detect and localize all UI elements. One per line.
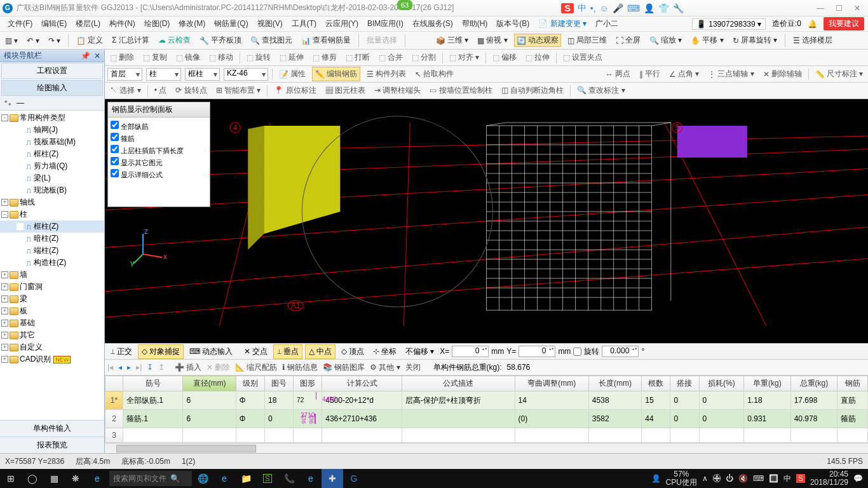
tb-topview[interactable]: ▦ 俯视 ▾: [475, 34, 510, 47]
menu-modify[interactable]: 修改(M): [175, 17, 209, 30]
component-tree[interactable]: -常用构件类型⎍轴网(J)⎍筏板基础(M)⎍框柱(Z)⎍剪力墙(Q)⎍梁(L)⎍…: [0, 111, 104, 420]
grid-header[interactable]: 图号: [264, 376, 293, 391]
sogou-icon[interactable]: S: [561, 3, 573, 13]
dim-twopoint[interactable]: ↔ 两点: [603, 67, 633, 81]
rb-close[interactable]: 关闭: [405, 362, 421, 373]
tree-node[interactable]: ⎍框柱(Z): [0, 220, 104, 233]
menu-version[interactable]: 版本号(B): [492, 17, 533, 30]
sel-1[interactable]: • 点: [152, 84, 170, 97]
snap-mid[interactable]: △ 中点: [305, 344, 336, 359]
grid-hscrollbar[interactable]: [105, 443, 868, 453]
aux-delete[interactable]: ✕ 删除辅轴: [761, 67, 804, 81]
snap-coord[interactable]: ⊹ 坐标: [370, 345, 400, 358]
rb-delete[interactable]: ✕ 删除: [207, 362, 230, 373]
nav-down[interactable]: ↧: [147, 363, 153, 372]
tray-kbd[interactable]: ⌨: [753, 474, 764, 483]
tree-node[interactable]: -柱: [0, 208, 104, 220]
tb-selfloor[interactable]: ☰ 选择楼层: [790, 34, 835, 47]
menu-view[interactable]: 视图(V): [254, 17, 287, 30]
snap-dyninput[interactable]: ⌨ 动态输入: [186, 345, 236, 358]
nav-up[interactable]: ↥: [158, 363, 165, 372]
menu-help[interactable]: 帮助(H): [458, 17, 492, 30]
sel-0[interactable]: ↖ 选择 ▾: [107, 84, 144, 97]
tb-orbit[interactable]: 🔄 动态观察: [514, 34, 561, 47]
suggest-button[interactable]: 我要建议: [824, 17, 864, 30]
tree-node[interactable]: +其它: [0, 329, 104, 341]
edit-6[interactable]: ⬚ 修剪: [310, 51, 339, 64]
grid-header[interactable]: 单重(kg): [744, 376, 790, 391]
grid-header[interactable]: 根数: [642, 376, 670, 391]
cortana-icon[interactable]: ◯: [22, 469, 43, 488]
snap-perp[interactable]: ⟂ 垂点: [273, 344, 302, 359]
menu-bim[interactable]: BIM应用(I): [363, 17, 407, 30]
ime-mic[interactable]: 🎤: [613, 3, 623, 13]
3d-viewport[interactable]: 4 5 A1 x y z 钢筋显示控制面板 全部纵筋 箍筋 上层柱插筋下插长度 …: [105, 99, 868, 343]
tray-sogou[interactable]: S: [796, 474, 805, 483]
tab-report-preview[interactable]: 报表预览: [0, 437, 104, 453]
user-button[interactable]: 广小二: [592, 17, 622, 30]
edit-3[interactable]: ⬚ 移动: [207, 51, 236, 64]
edit-11[interactable]: ⬚ 偏移: [490, 51, 519, 64]
expand-all-icon[interactable]: ⁺₊: [4, 98, 11, 108]
menu-cloud[interactable]: 云应用(Y): [322, 17, 362, 30]
tb-sum[interactable]: Σ 汇总计算: [109, 34, 152, 47]
ime-tool[interactable]: 🔧: [673, 3, 684, 13]
tree-node[interactable]: +基础: [0, 317, 104, 329]
category-combo[interactable]: 柱: [146, 68, 181, 81]
taskview-icon[interactable]: ▦: [43, 469, 65, 488]
grid-header[interactable]: 长度(mm): [588, 376, 641, 391]
type-combo[interactable]: 框柱: [185, 68, 220, 81]
tree-node[interactable]: ⎍轴网(J): [0, 124, 104, 136]
minimize-button[interactable]: —: [817, 4, 824, 13]
grid-header[interactable]: 级别: [236, 376, 264, 391]
tb-cloudcheck[interactable]: ☁ 云检查: [156, 34, 193, 47]
ime-user[interactable]: 👤: [644, 3, 654, 13]
rebar-display-option[interactable]: 全部纵筋: [111, 120, 207, 132]
tree-node[interactable]: +梁: [0, 293, 104, 305]
table-row[interactable]: 2箍筋.16Φ04362710436436+2710+436(0)3582440…: [105, 410, 868, 428]
menu-tools[interactable]: 工具(T): [288, 17, 320, 30]
tb-screenrot[interactable]: ↻ 屏幕旋转 ▾: [730, 34, 780, 47]
edit-2[interactable]: ⬚ 镜像: [173, 51, 203, 64]
pin-icon[interactable]: 📌: [81, 51, 90, 60]
rb-info[interactable]: ℹ 钢筋信息: [282, 362, 318, 373]
ime-punct[interactable]: •,: [590, 3, 596, 13]
tb-flattop[interactable]: 🔧 平齐板顶: [197, 34, 244, 47]
grid-header[interactable]: 钢筋: [837, 376, 868, 391]
aux-3pt[interactable]: ⋮ 三点辅轴 ▾: [705, 67, 756, 81]
dim-parallel[interactable]: ∥ 平行: [637, 67, 663, 81]
rebar-display-option[interactable]: 显示详细公式: [111, 168, 207, 180]
start-button[interactable]: ⊞: [0, 469, 22, 488]
edit-8[interactable]: ⬚ 合并: [376, 51, 405, 64]
ime-skin[interactable]: 👕: [658, 3, 669, 13]
notification-badge[interactable]: 63: [397, 0, 412, 10]
grid-header[interactable]: 计算公式: [322, 376, 402, 391]
qb-grid[interactable]: ▥ ▾: [3, 35, 20, 46]
nav-last[interactable]: ▸|: [136, 363, 142, 372]
tray-sq[interactable]: 🔳: [769, 474, 778, 483]
prop-button[interactable]: 📝 属性: [276, 67, 308, 81]
tab-single-input[interactable]: 单构件输入: [0, 420, 104, 437]
tb-3d[interactable]: 📦 三维 ▾: [433, 34, 471, 47]
nav-prev[interactable]: ◂: [118, 363, 122, 372]
tree-node[interactable]: +自定义: [0, 341, 104, 353]
tree-node[interactable]: +板: [0, 305, 104, 317]
app-ie2[interactable]: e: [214, 469, 235, 488]
edit-rebar-button[interactable]: ✏️ 编辑钢筋: [312, 67, 360, 81]
tree-node[interactable]: ⎍现浇板(B): [0, 184, 104, 196]
edit-5[interactable]: ⬚ 延伸: [277, 51, 306, 64]
sel-7[interactable]: ▭ 按墙位置绘制柱: [427, 84, 494, 97]
edit-12[interactable]: ⬚ 拉伸: [523, 51, 552, 64]
tree-node[interactable]: ⎍筏板基础(M): [0, 136, 104, 148]
tb-fullscreen[interactable]: ⛶ 全屏: [613, 34, 643, 47]
grid-header[interactable]: 弯曲调整(mm): [515, 376, 588, 391]
tb-batchsel[interactable]: 批量选择: [364, 34, 400, 47]
app-green[interactable]: 🅂: [257, 469, 278, 488]
sel-6[interactable]: ⇥ 调整柱端头: [372, 84, 423, 97]
tb-local3d[interactable]: ◫ 局部三维: [565, 34, 609, 47]
tb-viewrebar[interactable]: 📊 查看钢筋量: [299, 34, 353, 47]
edit-10[interactable]: ⬚ 对齐 ▾: [447, 51, 482, 64]
sel-2[interactable]: ⟳ 旋转点: [173, 84, 209, 97]
menu-file[interactable]: 文件(F): [4, 17, 36, 30]
new-change-button[interactable]: 📄 新建变更 ▾: [534, 17, 590, 30]
